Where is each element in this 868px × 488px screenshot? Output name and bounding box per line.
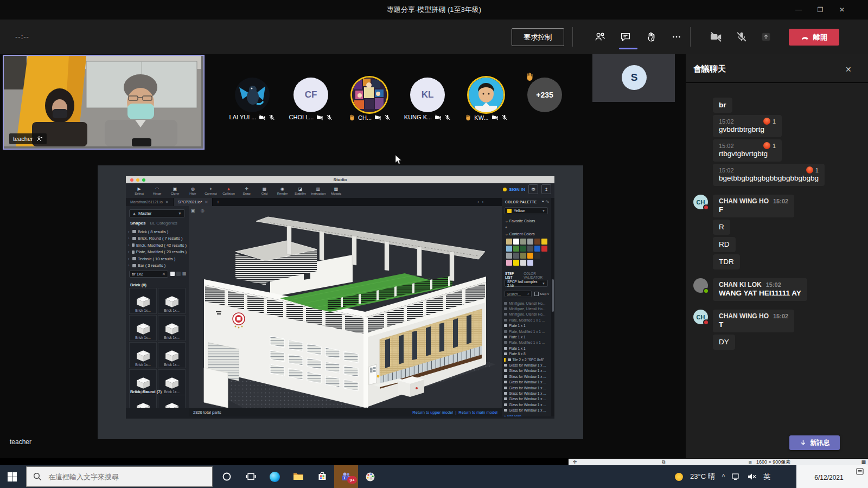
brick-result-tile[interactable]: Brick 1x... [129,315,157,341]
upload-icon[interactable]: ↥ [541,184,551,194]
request-control-button[interactable]: 要求控制 [512,28,564,46]
panel-scrollbar[interactable] [551,198,554,416]
color-swatch[interactable] [506,239,512,245]
current-color-dropdown[interactable]: Yellow ▼ [505,207,548,214]
volume-muted-icon[interactable] [748,473,756,480]
step-view-checkbox[interactable]: Step v [534,292,549,296]
brick-result-tile[interactable]: Brick, ... [158,395,186,408]
step-row[interactable]: Plate 1 x 1 [504,334,551,339]
participant-tile[interactable]: KW... [456,54,516,136]
studio-app-window[interactable]: Studio ▶ Select ◠ Hinge ▣ Clone [126,176,554,419]
category-row[interactable]: › Brick ( 8 results ) [128,228,187,235]
task-view-button[interactable] [239,465,263,488]
view-solid-icon[interactable] [170,272,175,276]
minimize-button[interactable]: — [788,0,809,20]
parts-search-input[interactable]: br 1x2 ✕ [129,271,168,278]
studio-tool-button[interactable]: ⌖ Connect [202,187,220,195]
step-row[interactable]: Plate 1 x 1 [504,323,551,329]
studio-tool-button[interactable]: ▲ Collision [220,187,238,195]
leave-button[interactable]: 離開 [789,29,839,46]
participants-button[interactable] [589,26,611,48]
step-row[interactable]: Glass for Window 1 x ... [504,407,551,413]
color-swatch[interactable] [513,253,519,259]
move-icon[interactable]: ✛ [573,459,577,465]
tab-bl-categories[interactable]: BL Categories [150,221,177,226]
color-swatch[interactable] [520,246,526,252]
chat-message-list[interactable]: br 15:02 1 gvbdrtbtrgb [686,87,868,374]
view-grid-icon[interactable]: ▦ [182,271,187,276]
maximize-button[interactable]: ❐ [809,0,831,20]
brick-result-tile[interactable]: Brick 1x... [129,342,157,368]
new-messages-button[interactable]: 新訊息 [789,435,840,450]
input-language[interactable]: 英 [763,472,770,481]
brick-result-tile[interactable]: Brick 1x... [158,342,186,368]
return-upper-model-link[interactable]: Return to upper model [412,410,453,415]
participant-tile[interactable]: LAI YUI ... [222,54,282,136]
color-swatch[interactable] [506,260,512,266]
color-swatch[interactable] [520,253,526,259]
close-tab-icon[interactable]: ✕ [205,200,208,204]
master-palette-dropdown[interactable]: ▲ Master ▼ [129,209,185,217]
tab-marathon[interactable]: Marathon261121.io✕ [126,198,174,206]
sign-in-button[interactable]: SIGN IN [503,187,525,192]
step-row[interactable]: Plate, Modified 1 x 1 ... [504,340,551,345]
step-row[interactable]: Minifigure, Utensil Ho... [504,306,551,311]
studio-tool-button[interactable]: ◪ Stability [291,187,309,195]
reaction-badge[interactable]: 1 [754,118,776,125]
color-swatch[interactable] [527,239,533,245]
studio-tool-button[interactable]: ✛ Snap [238,187,256,195]
studio-tool-button[interactable]: ▦ Grid [256,187,273,195]
studio-tool-button[interactable]: ◠ Hinge [148,187,166,195]
new-tab-button[interactable]: + [213,198,223,206]
color-swatch[interactable] [527,260,533,266]
teams-button[interactable]: T 9+ [334,465,358,488]
weather-label[interactable]: 23°C 晴 [690,472,715,481]
favorite-colors-section[interactable]: ⌄ Favorite Colors [505,219,535,223]
edge-button[interactable] [263,465,286,488]
network-icon[interactable] [732,473,741,480]
studio-tool-button[interactable]: ▶ Select [130,187,148,195]
color-swatch[interactable] [527,253,533,259]
category-row[interactable]: › Plate, Modified ( 20 results ) [128,249,187,256]
color-swatch[interactable] [541,239,547,245]
reaction-badge[interactable]: 1 [796,166,819,174]
step-row[interactable]: Plate 1 x 1 [504,345,551,351]
snip-region-icon[interactable]: ⧉ [662,459,665,465]
step-row[interactable]: Minifigure, Utensil Ho... [504,312,551,317]
add-favorite-button[interactable]: + [505,226,507,229]
taskbar-search[interactable] [26,466,213,487]
step-row[interactable]: Glass for Window 1 x ... [504,390,551,396]
close-tab-icon[interactable]: ✕ [165,200,169,204]
step-search-input[interactable]: Search... ⌕ [505,291,532,297]
cart-icon[interactable]: ⛃ [528,184,538,194]
color-swatch[interactable] [534,253,540,259]
view-toggle-icons[interactable]: ▦ [170,271,187,276]
step-row[interactable]: Glass for Window 1 x ... [504,396,551,402]
step-row[interactable]: Glass for Window 1 x ... [504,402,551,407]
close-chat-icon[interactable]: ✕ [845,65,852,74]
studio-tool-button[interactable]: ◉ Render [273,187,291,195]
category-row[interactable]: › Brick, Modified ( 42 results ) [128,242,187,249]
step-row[interactable]: Glass for Window 1 x ... [504,385,551,390]
brick-result-tile[interactable]: Brick, ... [129,395,157,408]
start-button[interactable] [0,465,24,488]
color-swatch[interactable] [534,260,540,266]
share-button[interactable] [755,26,777,48]
color-swatch[interactable] [520,260,526,266]
participant-overflow-tile[interactable]: +235 [515,54,575,136]
step-row[interactable]: Plate, Modified 1 x 1 ... [504,317,551,323]
taskbar-search-input[interactable] [47,472,201,481]
grid-icon[interactable]: ▦ [861,459,866,465]
studio-3d-canvas[interactable]: ▣ ◎ [189,206,502,408]
color-swatch[interactable] [527,246,533,252]
brick-result-tile[interactable]: Brick 1x... [158,288,186,314]
add-step-button[interactable]: + Add Step [504,413,551,416]
canvas-view-icons[interactable]: ▣ ◎ [191,208,207,213]
participant-tile[interactable]: KL KUNG K... [398,54,457,136]
clear-search-icon[interactable]: ✕ [162,272,165,277]
tab-spcp2021[interactable]: SPCP2021.io*✕ [174,198,213,206]
teacher-video-tile[interactable]: teacher [3,55,205,150]
color-swatch[interactable] [541,253,547,259]
studio-tool-button[interactable]: ▣ Clone [166,187,184,195]
category-row[interactable]: › Brick, Round ( 7 results ) [128,235,187,242]
